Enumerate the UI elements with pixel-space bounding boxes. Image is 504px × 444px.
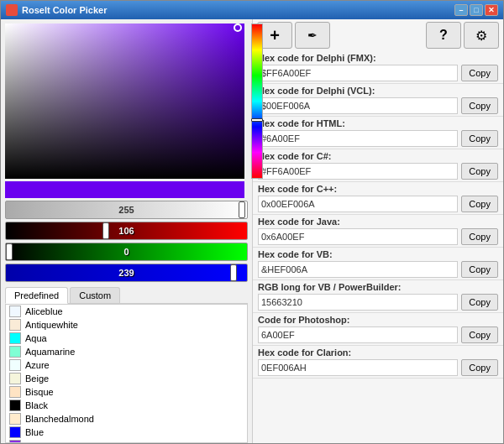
copy-button-cpp[interactable]: Copy [461,196,498,212]
hue-strip[interactable] [251,24,263,179]
color-name: Blueviolet [25,441,66,443]
color-name: Bisque [25,387,54,397]
color-name: Azure [25,360,50,370]
copy-button-clarion[interactable]: Copy [461,359,498,376]
color-swatch [9,346,21,358]
list-item[interactable]: Aliceblue [6,305,247,318]
color-name: Blue [25,427,44,437]
code-label-cpp: Hex code for C++: [258,184,498,194]
selected-color-bar [5,181,244,198]
list-item[interactable]: Aquamarine [6,345,247,358]
green-slider-value: 0 [123,247,129,257]
copy-button-delphi-fmx[interactable]: Copy [461,65,498,81]
color-name: Aqua [25,333,47,343]
copy-button-java[interactable]: Copy [461,228,498,245]
code-section-vb: Hex code for VB:&HEF006ACopy [253,248,503,280]
copy-button-html[interactable]: Copy [461,130,498,147]
list-item[interactable]: Aqua [6,332,247,345]
code-label-vb: Hex code for VB: [258,249,498,259]
list-item[interactable]: Blanchedalmond [6,412,247,426]
red-slider-track[interactable]: 106 [5,222,248,240]
color-swatch [9,306,21,317]
green-slider-track[interactable]: 0 [5,243,248,261]
hue-thumb [251,118,263,122]
code-row-delphi-vcl: $00EF006ACopy [258,97,498,114]
color-swatch [9,359,21,371]
right-top-buttons: + ✒ ? ⚙ [253,19,503,51]
list-item[interactable]: Antiquewhite [6,318,247,332]
color-swatch [9,373,21,384]
green-slider-thumb[interactable] [6,243,13,260]
list-item[interactable]: Black [6,399,247,412]
app-icon [6,4,18,16]
copy-button-csharp[interactable]: Copy [461,163,498,180]
code-section-vb-pb: RGB long for VB / PowerBuilder:15663210C… [253,280,503,313]
code-value-cpp: 0x00EF006A [258,196,458,212]
white-slider-track[interactable]: 255 [5,201,248,219]
minimize-button[interactable]: – [454,4,468,16]
code-value-vb: &HEF006A [258,261,458,278]
sliders-area: 255 106 0 [1,198,252,287]
picker-area [1,19,252,198]
white-slider-thumb[interactable] [239,201,245,218]
color-swatch [9,319,21,331]
code-row-csharp: #FF6A00EFCopy [258,163,498,180]
copy-button-vb[interactable]: Copy [461,261,498,278]
code-value-html: #6A00EF [258,130,458,147]
copy-button-photoshop[interactable]: Copy [461,326,498,343]
code-label-photoshop: Code for Photoshop: [258,315,498,325]
code-row-cpp: 0x00EF006ACopy [258,196,498,212]
color-gradient[interactable] [5,24,244,179]
color-swatch [9,386,21,398]
list-item[interactable]: Blue [6,426,247,439]
list-item[interactable]: Blueviolet [6,439,247,443]
settings-button[interactable]: ⚙ [464,22,499,49]
red-slider-thumb[interactable] [102,222,109,239]
color-name: Blanchedalmond [25,414,94,424]
copy-button-vb-pb[interactable]: Copy [461,294,498,311]
green-slider-row: 0 [5,243,248,261]
code-value-delphi-vcl: $00EF006A [258,97,458,114]
color-list[interactable]: AliceblueAntiquewhiteAquaAquamarineAzure… [5,304,248,443]
copy-button-delphi-vcl[interactable]: Copy [461,97,498,114]
code-row-clarion: 0EF006AHCopy [258,359,498,376]
color-swatch [9,332,21,344]
blue-slider-thumb[interactable] [230,264,237,281]
list-item[interactable]: Beige [6,372,247,385]
blue-slider-value: 239 [118,268,134,278]
gradient-crosshair [234,24,242,32]
code-label-html: Hex code for HTML: [258,118,498,128]
code-label-vb-pb: RGB long for VB / PowerBuilder: [258,282,498,292]
left-panel: 255 106 0 [1,19,253,443]
code-row-photoshop: 6A00EFCopy [258,326,498,343]
right-panel: + ✒ ? ⚙ Hex code for Delphi (FMX):$FF6A0… [253,19,503,443]
color-name: Antiquewhite [25,320,78,330]
code-section-cpp: Hex code for C++:0x00EF006ACopy [253,182,503,215]
code-label-csharp: Hex code for C#: [258,151,498,161]
tab-predefined[interactable]: Predefined [5,287,68,304]
color-swatch [9,426,21,438]
blue-slider-track[interactable]: 239 [5,264,248,282]
color-name: Aliceblue [25,306,63,316]
code-label-java: Hex code for Java: [258,217,498,227]
tab-custom[interactable]: Custom [70,287,120,303]
color-name: Black [25,400,48,410]
code-row-html: #6A00EFCopy [258,130,498,147]
code-section-java: Hex code for Java:0x6A00EFCopy [253,215,503,248]
list-item[interactable]: Azure [6,358,247,372]
code-section-delphi-vcl: Hex code for Delphi (VCL):$00EF006ACopy [253,84,503,117]
code-section-html: Hex code for HTML:#6A00EFCopy [253,117,503,149]
code-value-vb-pb: 15663210 [258,294,458,311]
code-label-clarion: Hex code for Clarion: [258,347,498,358]
color-swatch [9,440,21,443]
help-button[interactable]: ? [426,22,461,49]
eyedropper-button[interactable]: ✒ [295,22,330,49]
code-label-delphi-vcl: Hex code for Delphi (VCL): [258,86,498,96]
code-section-photoshop: Code for Photoshop:6A00EFCopy [253,313,503,346]
white-slider-value: 255 [118,205,134,215]
list-item[interactable]: Bisque [6,385,247,399]
close-button[interactable]: ✕ [485,4,498,16]
code-value-csharp: #FF6A00EF [258,163,458,180]
maximize-button[interactable]: □ [470,4,483,16]
code-value-delphi-fmx: $FF6A00EF [258,65,458,81]
